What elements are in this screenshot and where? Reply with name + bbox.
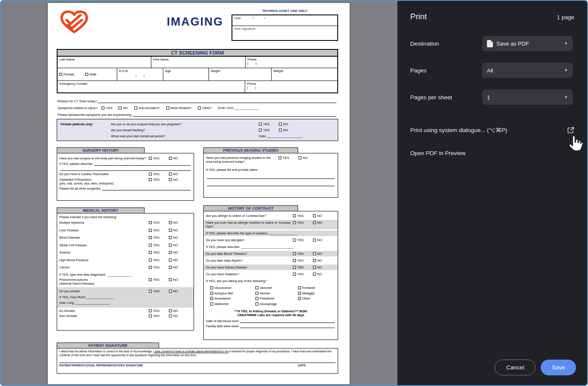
medication-option: Metformin — [210, 302, 255, 306]
checkbox-label: YES — [153, 221, 159, 225]
yes-no-pair: YESNO — [149, 236, 191, 239]
yes-no-slot: YESNO — [278, 156, 321, 160]
contrast-row: If YES, are you taking any of the follow… — [204, 278, 338, 284]
chevron-down-icon: ▼ — [564, 95, 568, 99]
checkbox-icon — [149, 229, 152, 232]
blank-row — [206, 175, 336, 179]
smoking-block: Do you smoke YESNO If YES, How Much:____… — [57, 287, 194, 308]
destination-label: Destination — [410, 40, 439, 47]
male-label: Male — [90, 72, 96, 76]
destination-select[interactable]: Save as PDF ▼ — [482, 36, 573, 51]
history-of-contrast-header: HISTORY OF CONTRAST — [203, 205, 298, 211]
medical-history-row: AnemiaYESNO — [59, 249, 191, 256]
medication-label: Riomet — [260, 291, 270, 295]
checkbox-icon — [59, 73, 62, 76]
pages-per-sheet-select[interactable]: 1 ▼ — [482, 89, 573, 105]
pdf-icon — [487, 40, 493, 47]
reason-section: Reason for CT Scan today? Symptoms relat… — [57, 93, 338, 119]
yes-checkbox: YES — [293, 221, 304, 225]
pages-value: All — [487, 67, 493, 74]
checkbox-label: NO — [173, 251, 178, 254]
blank-line — [94, 162, 191, 166]
no-checkbox: NO — [313, 272, 322, 276]
height-field: Height — [209, 68, 272, 81]
checkbox-label: YES — [153, 309, 159, 313]
tech-date-row: Date / / — [232, 15, 337, 26]
yes-no-pair: YESNO — [149, 289, 191, 293]
pages-label: Pages — [410, 67, 426, 74]
weight-field: Weight — [272, 68, 337, 81]
medication-option: Riomet — [255, 291, 298, 295]
phone-paren: ( ) — [247, 61, 257, 65]
checkbox-label: YES — [153, 156, 159, 160]
no-checkbox: NO — [298, 156, 307, 160]
checkbox-icon — [149, 290, 152, 293]
checkbox-icon — [85, 73, 88, 76]
yes-checkbox: YES — [149, 178, 159, 181]
medication-label: Avandamet — [214, 297, 231, 300]
no-checkbox: NO — [169, 289, 178, 293]
medication-label: Janumet — [260, 286, 272, 290]
no-checkbox: NO — [279, 128, 288, 132]
checkbox-icon — [169, 221, 172, 224]
checkbox-icon — [279, 123, 282, 126]
open-pdf-preview-link[interactable]: Open PDF in Preview — [397, 147, 587, 159]
yes-no-pair: YESNO — [293, 259, 336, 262]
checkbox-label: NO — [173, 289, 178, 293]
contrast-row: Have you ever had an allergic reaction t… — [204, 220, 338, 229]
checkbox-label: YES — [106, 106, 112, 110]
female-patients-box: Female patients only:Are you or do you s… — [57, 119, 338, 141]
cancel-button[interactable]: Cancel — [495, 360, 536, 375]
no-checkbox: NO — [313, 259, 322, 262]
female-label: Female — [64, 72, 74, 76]
sex-field: Female Male — [58, 68, 117, 81]
heart-logo-icon — [58, 8, 91, 36]
checkbox-icon — [293, 214, 296, 217]
demographics-row-2: Female Male D.O.B / / Age Height Weight — [58, 68, 337, 81]
question-label: Cancer — [59, 265, 149, 269]
yes-checkbox: YES — [149, 243, 159, 247]
emergency-phone-field: Phone ( ) — [245, 81, 337, 92]
checkbox-label: YES — [153, 265, 159, 269]
yes-checkbox: YES — [293, 252, 304, 256]
checkbox-label: NO — [173, 221, 178, 225]
question-label: Are you or do you suspect that you are p… — [111, 122, 259, 126]
checkbox-icon — [313, 221, 316, 224]
no-checkbox: NO — [169, 172, 178, 176]
checkbox-label: YES — [263, 122, 269, 126]
medication-column: FortametMetaglipOther — [298, 286, 336, 306]
blank-line — [240, 324, 335, 328]
blood-work-line: Date of last blood work: — [206, 319, 336, 323]
checkbox-icon — [149, 278, 152, 281]
question-label: If YES, are you taking any of the follow… — [206, 279, 336, 283]
question-label: Do you have Diabetes? — [206, 272, 293, 276]
checkbox-label: NO — [173, 309, 178, 313]
yes-checkbox: YES — [149, 236, 159, 239]
diagnosed-line: If YES, type and date diagnosed: _______… — [59, 273, 191, 277]
checkbox-label: YES — [297, 272, 304, 276]
no-checkbox: NO — [313, 238, 322, 242]
yes-no-pair: YESNO — [149, 156, 191, 160]
yes-checkbox: YES — [278, 156, 289, 160]
page-count: 1 page — [557, 14, 574, 20]
checkbox-label: NO — [317, 214, 322, 218]
checkbox-icon — [210, 297, 213, 300]
question-label: When was your last menstrual period? — [111, 134, 259, 138]
checkbox-no: NO — [119, 106, 127, 110]
medication-option: Glucovance — [210, 286, 255, 290]
save-button[interactable]: Save — [541, 360, 576, 375]
tech-date-slashes: / / — [253, 16, 265, 20]
how-long-line: How Long:____________________ — [59, 301, 191, 305]
print-title: Print — [410, 12, 427, 21]
checkbox-icon — [313, 266, 316, 269]
ex-smoker-row: Ex-Smoker YESNO — [59, 309, 191, 313]
pages-select[interactable]: All ▼ — [482, 63, 573, 78]
other-surgeries-line: Please list all other surgeries: — [59, 187, 191, 190]
surgery-history-box: Have you had surgery to the body part be… — [57, 153, 194, 201]
medical-history-row: Blood DiseaseYESNO — [59, 234, 191, 242]
system-dialog-link[interactable]: Print using system dialogue... (⌥⌘P) — [397, 124, 587, 136]
yes-no-slot: YESNO — [149, 178, 191, 182]
medication-option: Metaglip — [298, 291, 336, 295]
medication-option: Avandamet — [210, 297, 255, 300]
checkbox-label: YES — [153, 172, 159, 176]
